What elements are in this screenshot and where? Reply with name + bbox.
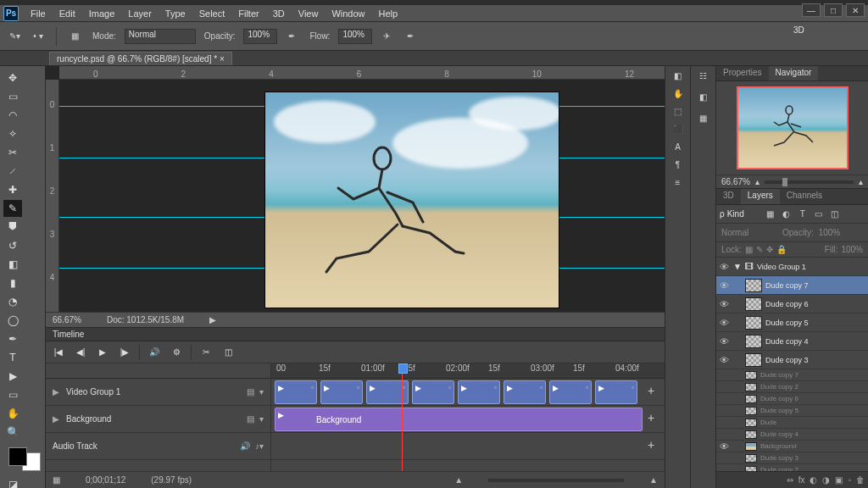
layer-group[interactable]: 👁 ▼ 🎞 Video Group 1: [716, 258, 868, 276]
menu-edit[interactable]: Edit: [53, 8, 82, 19]
layer-item[interactable]: 👁Dude copy 3: [716, 351, 868, 369]
zoom-level[interactable]: 66.67%: [53, 315, 81, 324]
stamp-tool[interactable]: ⛊: [3, 219, 22, 236]
swatches-icon[interactable]: ▦: [699, 114, 707, 123]
crop-tool[interactable]: ✂: [3, 144, 22, 161]
panel-icon[interactable]: ⬚: [674, 107, 682, 116]
prev-frame-button[interactable]: ◀|: [73, 345, 88, 360]
video-clip[interactable]: ▶▫: [504, 380, 546, 404]
tool-preset-icon[interactable]: ✎▾: [5, 27, 24, 46]
move-tool[interactable]: ✥: [3, 69, 22, 86]
canvas-area[interactable]: 0246810121416 0123456: [46, 66, 665, 312]
settings-button[interactable]: ⚙: [169, 345, 184, 360]
menu-3d[interactable]: 3D: [266, 8, 292, 19]
lock-paint-icon[interactable]: ✎: [756, 245, 763, 254]
brush-preset-icon[interactable]: • ▾: [29, 27, 47, 46]
brush-tool[interactable]: ✎: [3, 200, 22, 217]
mute-icon[interactable]: 🔊: [240, 441, 250, 451]
workspace-select[interactable]: 3D: [793, 25, 861, 35]
minimize-button[interactable]: —: [802, 3, 821, 17]
shape-tool[interactable]: ▭: [3, 386, 22, 403]
track-video-group[interactable]: ▶ Video Group 1 ▤▾: [46, 379, 270, 406]
transition-button[interactable]: ◫: [220, 345, 236, 360]
panel-icon[interactable]: A: [675, 142, 681, 152]
blend-mode-select[interactable]: Normal: [721, 228, 777, 237]
panel-icon[interactable]: ¶: [676, 160, 680, 169]
search-icon[interactable]: ρ: [720, 209, 725, 219]
type-tool[interactable]: T: [3, 349, 22, 366]
gradient-tool[interactable]: ▮: [3, 274, 22, 291]
eyedropper-tool[interactable]: ⟋: [3, 163, 22, 180]
pen-tool[interactable]: ✒: [3, 330, 22, 347]
first-frame-button[interactable]: |◀: [51, 345, 66, 360]
adjust-icon[interactable]: ◑: [822, 475, 830, 485]
visibility-icon[interactable]: 👁: [718, 262, 730, 272]
zoom-tool[interactable]: 🔍: [3, 424, 22, 441]
panel-icon[interactable]: ≡: [676, 178, 681, 187]
group-icon[interactable]: ▣: [835, 475, 843, 485]
add-media-button[interactable]: +: [643, 411, 659, 428]
tab-navigator[interactable]: Navigator: [769, 66, 819, 80]
lock-all-icon[interactable]: 🔒: [776, 245, 787, 254]
menu-type[interactable]: Type: [159, 8, 192, 19]
tab-properties[interactable]: Properties: [716, 66, 769, 80]
filter-type-icon[interactable]: T: [796, 208, 810, 220]
panel-icon[interactable]: ◧: [674, 71, 682, 80]
zoom-in-icon[interactable]: ▲: [649, 475, 658, 485]
background-clip[interactable]: ▶Background: [275, 408, 643, 431]
playhead[interactable]: [402, 363, 403, 471]
tab-channels[interactable]: Channels: [780, 189, 829, 204]
opacity-input[interactable]: 100%: [243, 29, 277, 44]
menu-filter[interactable]: Filter: [231, 8, 265, 19]
delete-icon[interactable]: 🗑: [856, 475, 865, 485]
next-frame-button[interactable]: |▶: [117, 345, 132, 360]
airbrush-icon[interactable]: ✈: [377, 27, 396, 46]
add-media-button[interactable]: +: [643, 384, 659, 401]
filter-kind-select[interactable]: Kind: [727, 209, 761, 219]
layer-item[interactable]: Dude copy 7: [716, 369, 868, 381]
zoom-in-icon[interactable]: ▴: [859, 177, 863, 186]
timeline-ruler[interactable]: 0015f01:00f15f02:00f15f03:00f15f04:00f: [271, 363, 665, 379]
timecode[interactable]: 0;00;01;12: [86, 475, 125, 485]
menu-layer[interactable]: Layer: [121, 8, 159, 19]
hand-tool[interactable]: ✋: [3, 405, 22, 422]
wand-tool[interactable]: ✧: [3, 125, 22, 142]
video-clip[interactable]: ▶▫: [275, 380, 317, 404]
menu-image[interactable]: Image: [82, 8, 122, 19]
maximize-button[interactable]: □: [824, 3, 843, 17]
track-audio[interactable]: Audio Track 🔊♪▾: [46, 433, 270, 460]
video-clip[interactable]: ▶▫: [549, 380, 592, 404]
menu-select[interactable]: Select: [192, 8, 232, 19]
menu-file[interactable]: File: [24, 8, 53, 19]
layer-item[interactable]: 👁Background: [716, 441, 868, 452]
video-clip[interactable]: ▶▫: [320, 380, 363, 404]
panel-icon[interactable]: ⬛: [673, 125, 683, 134]
layer-item[interactable]: Dude copy 3: [716, 452, 868, 464]
expand-icon[interactable]: ▶: [53, 414, 61, 424]
pressure-size-icon[interactable]: ✒: [401, 27, 420, 46]
quickmask-tool[interactable]: ◪: [3, 476, 22, 488]
menu-view[interactable]: View: [292, 8, 326, 19]
color-swatch[interactable]: [8, 447, 41, 471]
tab-3d[interactable]: 3D: [716, 189, 741, 204]
navigator-preview[interactable]: [716, 81, 868, 175]
tab-layers[interactable]: Layers: [741, 189, 780, 204]
layer-item[interactable]: Dude copy 4: [716, 429, 868, 441]
layer-item[interactable]: 👁Dude copy 7: [716, 276, 868, 295]
lock-pos-icon[interactable]: ✥: [766, 245, 773, 254]
new-layer-icon[interactable]: ▫: [848, 475, 851, 485]
doc-tab[interactable]: runcycle.psd @ 66.7% (RGB/8#) [scaled] *…: [49, 52, 232, 65]
pressure-opacity-icon[interactable]: ✒: [282, 27, 301, 46]
history-icon[interactable]: ☷: [699, 71, 707, 80]
fx-icon[interactable]: fx: [798, 475, 805, 485]
menu-help[interactable]: Help: [372, 8, 405, 19]
filter-smart-icon[interactable]: ◫: [828, 208, 842, 220]
layer-item[interactable]: Dude copy 2: [716, 381, 868, 393]
link-icon[interactable]: ⇔: [787, 475, 793, 485]
layer-item[interactable]: Dude copy 2: [716, 464, 868, 471]
filter-shape-icon[interactable]: ▭: [812, 208, 826, 220]
lasso-tool[interactable]: ◠: [3, 107, 22, 124]
expand-icon[interactable]: ▼: [733, 262, 742, 271]
blur-tool[interactable]: ◔: [3, 293, 22, 310]
brush-panel-icon[interactable]: ▦: [65, 27, 84, 46]
